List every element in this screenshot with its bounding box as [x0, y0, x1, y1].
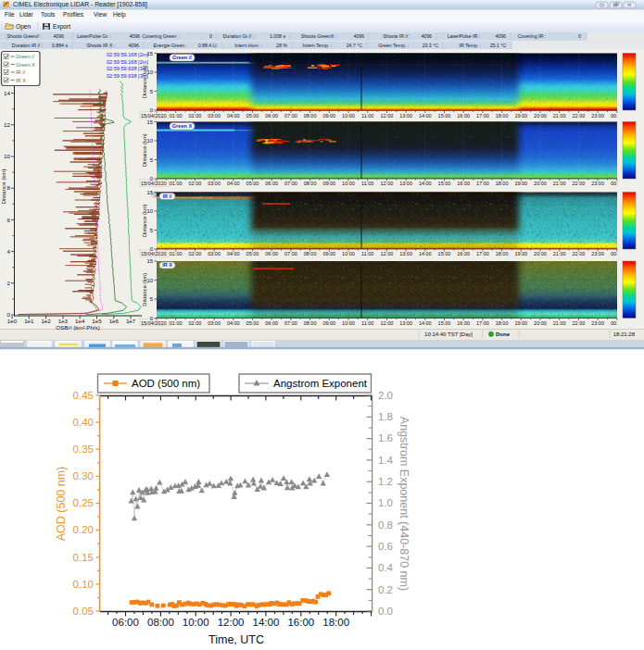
svg-text:10:00: 10:00 — [183, 617, 209, 628]
svg-text:Covering Green :: Covering Green : — [143, 33, 179, 39]
svg-text:22:00: 22:00 — [573, 181, 586, 186]
svg-text:0.35: 0.35 — [73, 444, 94, 455]
svg-text:05:00: 05:00 — [246, 251, 259, 256]
svg-text:03:00: 03:00 — [208, 113, 221, 119]
svg-text:2: 2 — [7, 280, 11, 286]
svg-text:Distance (km): Distance (km) — [142, 65, 147, 98]
svg-text:0.88 A.U.: 0.88 A.U. — [198, 43, 218, 48]
svg-text:Distance (km): Distance (km) — [142, 204, 147, 237]
svg-text:15:00: 15:00 — [438, 251, 451, 256]
svg-text:21:00: 21:00 — [553, 181, 566, 186]
svg-text:02:00: 02:00 — [189, 181, 202, 186]
svg-text:Green Temp. :: Green Temp. : — [378, 43, 409, 48]
svg-text:17:00: 17:00 — [476, 251, 489, 256]
svg-text:Done: Done — [496, 331, 511, 337]
svg-text:4096: 4096 — [421, 33, 432, 39]
svg-text:15/04/2020: 15/04/2020 — [141, 320, 167, 326]
svg-text:Help: Help — [113, 11, 126, 19]
svg-text:14:00: 14:00 — [419, 251, 432, 256]
svg-text:06:00: 06:00 — [265, 113, 278, 119]
svg-text:19:00: 19:00 — [514, 320, 527, 326]
svg-text:13:00: 13:00 — [399, 113, 412, 119]
svg-text:0.4: 0.4 — [378, 562, 394, 573]
svg-text:4096: 4096 — [53, 33, 64, 39]
svg-text:03:00: 03:00 — [208, 320, 221, 326]
svg-text:18:00: 18:00 — [496, 181, 509, 186]
svg-text:15: 15 — [147, 51, 153, 56]
svg-text:11:00: 11:00 — [361, 181, 373, 186]
svg-text:IR X: IR X — [16, 78, 26, 83]
svg-text:18:00: 18:00 — [496, 113, 509, 119]
svg-text:11:00: 11:00 — [361, 320, 373, 326]
svg-text:05:00: 05:00 — [246, 181, 259, 186]
svg-text:18:21:28: 18:21:28 — [613, 331, 636, 337]
svg-text:0.30: 0.30 — [73, 470, 94, 481]
svg-text:Angstrom Exponent: Angstrom Exponent — [273, 378, 368, 389]
svg-text:28 %: 28 % — [276, 43, 287, 48]
svg-text:20:00: 20:00 — [534, 251, 547, 256]
svg-text:13:00: 13:00 — [399, 320, 412, 326]
svg-text:24.7 °C: 24.7 °C — [347, 43, 363, 48]
svg-text:10:00: 10:00 — [342, 251, 355, 256]
svg-text:02:59:59.168 [2m]: 02:59:59.168 [2m] — [107, 59, 149, 65]
svg-text:Green //: Green // — [16, 54, 35, 59]
svg-text:11:00: 11:00 — [361, 113, 373, 119]
svg-text:15/04/2020: 15/04/2020 — [141, 251, 167, 256]
svg-text:4: 4 — [7, 248, 11, 255]
svg-text:1.0: 1.0 — [378, 497, 393, 508]
svg-text:Export: Export — [53, 23, 70, 31]
svg-text:23:00: 23:00 — [591, 251, 604, 256]
svg-text:22:00: 22:00 — [573, 251, 586, 256]
svg-text:06:00: 06:00 — [265, 320, 278, 326]
svg-text:View: View — [94, 11, 107, 18]
svg-text:14:00: 14:00 — [419, 113, 432, 119]
svg-text:12:00: 12:00 — [218, 617, 245, 628]
svg-text:07:00: 07:00 — [284, 113, 297, 119]
svg-text:0.884 s: 0.884 s — [52, 43, 68, 48]
svg-text:16:00: 16:00 — [457, 251, 470, 256]
svg-text:10: 10 — [4, 153, 10, 159]
svg-text:08:00: 08:00 — [147, 617, 174, 628]
svg-text:6: 6 — [7, 217, 11, 223]
svg-text:17:00: 17:00 — [476, 181, 489, 186]
svg-text:1e4: 1e4 — [75, 318, 85, 324]
svg-text:10:00: 10:00 — [342, 181, 355, 186]
svg-text:4096: 4096 — [495, 33, 506, 39]
svg-text:0.20: 0.20 — [73, 524, 94, 535]
svg-text:0.40: 0.40 — [73, 417, 94, 428]
svg-text:16:00: 16:00 — [457, 113, 470, 119]
svg-text:17:00: 17:00 — [476, 320, 489, 326]
svg-text:09:00: 09:00 — [322, 113, 335, 119]
svg-text:05:00: 05:00 — [246, 320, 259, 326]
svg-text:20:00: 20:00 — [534, 320, 547, 326]
svg-text:OSBr² (km².Ph/s): OSBr² (km².Ph/s) — [56, 324, 99, 331]
svg-text:10: 10 — [147, 138, 153, 144]
svg-text:File: File — [5, 11, 15, 18]
svg-text:01:00: 01:00 — [170, 251, 183, 256]
svg-text:08:00: 08:00 — [304, 320, 317, 326]
svg-text:1.4: 1.4 — [378, 455, 394, 466]
svg-text:15: 15 — [147, 190, 153, 195]
svg-text:22:00: 22:00 — [573, 320, 586, 326]
svg-text:13:00: 13:00 — [399, 181, 412, 186]
svg-text:06:00: 06:00 — [265, 181, 278, 186]
svg-text:5: 5 — [150, 157, 153, 163]
svg-text:01:00: 01:00 — [170, 113, 183, 119]
svg-text:00:: 00: — [611, 251, 618, 256]
svg-text:19:00: 19:00 — [514, 181, 527, 186]
svg-text:4096: 4096 — [129, 33, 140, 39]
svg-text:Green X: Green X — [16, 62, 35, 68]
svg-text:Open: Open — [16, 23, 31, 31]
svg-text:12:00: 12:00 — [381, 251, 394, 256]
svg-text:1e5: 1e5 — [92, 318, 102, 324]
svg-text:1e7: 1e7 — [126, 318, 136, 324]
svg-text:Distance (km): Distance (km) — [142, 273, 147, 306]
svg-text:Energie Green :: Energie Green : — [153, 43, 187, 48]
svg-text:Angstrom Exponent (440-870 nm): Angstrom Exponent (440-870 nm) — [398, 417, 410, 591]
svg-text:04:00: 04:00 — [227, 113, 240, 119]
svg-text:1.2: 1.2 — [378, 476, 393, 487]
svg-text:18:00: 18:00 — [496, 320, 509, 326]
svg-text:0.15: 0.15 — [73, 552, 94, 563]
svg-text:Profiles: Profiles — [63, 11, 84, 18]
svg-text:23.3 °C: 23.3 °C — [423, 43, 439, 48]
